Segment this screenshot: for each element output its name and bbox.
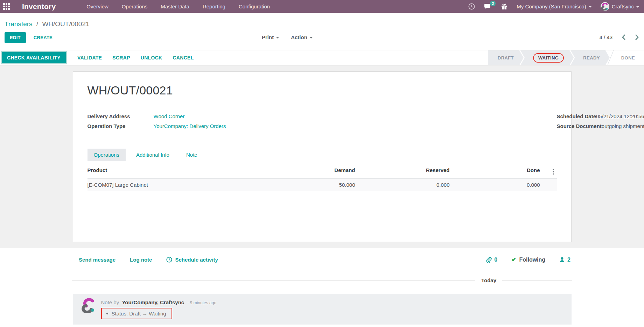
print-dropdown[interactable]: Print: [262, 34, 279, 40]
form-sheet: WH/OUT/00021 Delivery Address Wood Corne…: [73, 71, 572, 242]
top-nav-bar: Inventory Overview Operations Master Dat…: [0, 0, 644, 13]
validate-button[interactable]: VALIDATE: [77, 55, 102, 61]
tab-operations[interactable]: Operations: [88, 149, 126, 161]
following-button[interactable]: ✔ Following: [511, 256, 545, 263]
status-tracking-highlight: Status: Draft → Waiting: [101, 308, 172, 319]
send-message-button[interactable]: Send message: [79, 257, 115, 263]
check-availability-button[interactable]: CHECK AVAILABILITY: [1, 51, 67, 64]
bullet-icon: [106, 313, 108, 314]
chevron-down-icon: [589, 6, 592, 8]
optional-columns-icon[interactable]: [551, 168, 556, 176]
top-menu: Overview Operations Master Data Reportin…: [86, 3, 270, 9]
pager-next-icon[interactable]: [635, 34, 639, 40]
scrap-button[interactable]: SCRAP: [112, 55, 130, 61]
gift-icon[interactable]: [501, 3, 507, 10]
form-content-area: WH/OUT/00021 Delivery Address Wood Corne…: [0, 65, 644, 248]
scheduled-date-label: Scheduled Date: [557, 113, 596, 119]
create-button[interactable]: CREATE: [34, 35, 52, 40]
breadcrumb-transfers-link[interactable]: Transfers: [5, 20, 33, 28]
cell-demand[interactable]: 50.000: [275, 179, 356, 191]
following-label: Following: [519, 257, 545, 263]
operations-table: Product Demand Reserved Done [E-COM07] L…: [88, 162, 557, 191]
field-groups: Delivery Address Wood Corner Operation T…: [88, 113, 557, 129]
user-avatar: [601, 2, 609, 11]
stage-ready-label: READY: [583, 55, 600, 61]
pager-previous-icon[interactable]: [622, 34, 625, 40]
stage-ready[interactable]: READY: [570, 50, 610, 65]
apps-menu-icon[interactable]: [3, 3, 10, 10]
menu-overview[interactable]: Overview: [86, 3, 108, 9]
edit-button[interactable]: EDIT: [5, 32, 26, 43]
table-row[interactable]: [E-COM07] Large Cabinet 50.000 0.000 0.0…: [88, 179, 557, 191]
log-note-button[interactable]: Log note: [130, 257, 152, 263]
operation-type-value[interactable]: YourCompany: Delivery Orders: [154, 123, 226, 129]
source-document-label: Source Document: [557, 123, 602, 129]
stage-draft[interactable]: DRAFT: [488, 50, 524, 65]
app-title: Inventory: [22, 2, 56, 11]
top-right-tools: 2 My Company (San Francisco) Craftsync: [468, 2, 644, 11]
attachments-button[interactable]: 0: [486, 257, 497, 263]
company-name: My Company (San Francisco): [517, 3, 586, 9]
action-dropdown[interactable]: Action: [291, 34, 313, 40]
column-demand: Demand: [275, 162, 356, 179]
source-document-value: outgoing shipment: [602, 123, 644, 129]
paperclip-icon: [486, 257, 492, 263]
date-divider-label: Today: [481, 277, 496, 283]
user-menu[interactable]: Craftsync: [601, 2, 639, 11]
pager-count: 4 / 43: [599, 34, 612, 40]
tracking-message: Status: Draft → Waiting: [112, 311, 166, 317]
delivery-address-label: Delivery Address: [88, 113, 154, 119]
followers-count: 2: [567, 257, 570, 263]
messages-icon[interactable]: 2: [484, 3, 492, 10]
breadcrumb-current: WH/OUT/00021: [42, 20, 89, 28]
chatter-divider: [0, 248, 644, 248]
chatter-message: Note by YourCompany, Craftsync - 9 minut…: [73, 294, 572, 325]
activities-clock-icon[interactable]: [468, 3, 475, 10]
breadcrumb: Transfers / WH/OUT/00021: [0, 13, 644, 28]
chatter-toolbar: Send message Log note Schedule activity …: [0, 256, 644, 263]
tab-additional-info[interactable]: Additional Info: [130, 149, 176, 161]
date-divider: Today: [0, 277, 644, 283]
chevron-down-icon: [310, 37, 313, 38]
status-stages: DRAFT WAITING READY DONE: [488, 50, 644, 65]
cancel-button[interactable]: CANCEL: [173, 55, 194, 61]
chevron-down-icon: [276, 37, 279, 38]
notebook-tabs: Operations Additional Info Note: [88, 149, 557, 161]
stage-done[interactable]: DONE: [611, 50, 644, 65]
check-icon: ✔: [511, 256, 516, 263]
stage-draft-label: DRAFT: [498, 55, 514, 61]
message-avatar: [81, 298, 96, 313]
record-pager: 4 / 43: [599, 34, 639, 40]
message-prefix: Note by: [101, 299, 119, 305]
menu-reporting[interactable]: Reporting: [203, 3, 225, 9]
form-statusbar: CHECK AVAILABILITY VALIDATE SCRAP UNLOCK…: [0, 50, 644, 65]
unlock-button[interactable]: UNLOCK: [141, 55, 162, 61]
operation-type-label: Operation Type: [88, 123, 154, 129]
messages-count-badge: 2: [490, 1, 496, 6]
schedule-activity-label: Schedule activity: [175, 257, 218, 263]
stage-waiting[interactable]: WAITING: [520, 50, 574, 65]
cell-reserved[interactable]: 0.000: [356, 179, 450, 191]
column-done: Done: [450, 162, 541, 179]
clock-icon: [166, 257, 172, 263]
menu-operations[interactable]: Operations: [122, 3, 147, 9]
action-label: Action: [291, 34, 307, 40]
attachments-count: 0: [494, 257, 497, 263]
company-switcher[interactable]: My Company (San Francisco): [517, 3, 591, 9]
print-label: Print: [262, 34, 274, 40]
delivery-address-value[interactable]: Wood Corner: [154, 113, 185, 119]
inventory-transfer-page: Inventory Overview Operations Master Dat…: [0, 0, 644, 327]
person-icon: [559, 257, 565, 263]
control-panel: EDIT CREATE Print Action 4 / 43: [0, 31, 644, 48]
breadcrumb-separator: /: [36, 20, 38, 28]
column-product: Product: [88, 162, 275, 179]
cell-done[interactable]: 0.000: [450, 179, 541, 191]
cell-product[interactable]: [E-COM07] Large Cabinet: [88, 179, 275, 191]
schedule-activity-button[interactable]: Schedule activity: [166, 257, 218, 263]
tab-note[interactable]: Note: [180, 149, 204, 161]
menu-master-data[interactable]: Master Data: [161, 3, 189, 9]
stage-waiting-highlight: WAITING: [533, 53, 564, 63]
followers-button[interactable]: 2: [559, 257, 570, 263]
stage-done-label: DONE: [621, 55, 635, 61]
menu-configuration[interactable]: Configuration: [239, 3, 270, 9]
